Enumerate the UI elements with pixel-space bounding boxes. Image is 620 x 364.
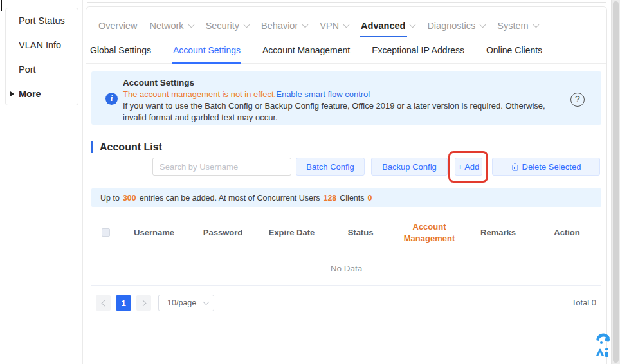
tab-account-settings[interactable]: Account Settings bbox=[172, 37, 241, 63]
empty-table-message: No Data bbox=[91, 251, 601, 286]
select-all-checkbox[interactable] bbox=[102, 228, 110, 237]
help-icon[interactable]: ? bbox=[570, 93, 585, 107]
button-label: Delete Selected bbox=[522, 162, 581, 172]
sidebar-item-port[interactable]: Port bbox=[6, 57, 78, 82]
nav-item-security[interactable]: Security bbox=[205, 15, 250, 37]
nav-label: VPN bbox=[320, 21, 339, 31]
chevron-down-icon bbox=[410, 21, 416, 28]
button-label: + Add bbox=[458, 162, 480, 172]
backup-config-button[interactable]: Backup Config bbox=[371, 158, 448, 176]
column-header-remarks: Remarks bbox=[464, 227, 533, 239]
sidebar-item-label: Port bbox=[19, 64, 36, 75]
search-input[interactable] bbox=[152, 158, 291, 176]
main-content-card: Overview Network Security Behavior VPN A… bbox=[86, 6, 607, 364]
pagination-page-1[interactable]: 1 bbox=[116, 295, 131, 311]
button-label: Batch Config bbox=[306, 162, 354, 172]
max-entries-value: 300 bbox=[123, 194, 136, 203]
scrollbar-track bbox=[611, 0, 620, 364]
button-label: Backup Config bbox=[382, 162, 437, 172]
clients-value: 0 bbox=[368, 194, 372, 203]
chevron-left-icon bbox=[101, 300, 107, 306]
chevron-right-icon bbox=[140, 300, 146, 306]
pagination-next-button[interactable] bbox=[136, 295, 151, 311]
nav-label: Overview bbox=[98, 21, 137, 31]
column-header-label: Account Management bbox=[401, 221, 458, 244]
nav-item-diagnostics[interactable]: Diagnostics bbox=[426, 15, 486, 37]
info-banner: i Account Settings The account managemen… bbox=[91, 71, 601, 125]
section-accent-bar bbox=[91, 141, 93, 153]
enable-smart-flow-control-link[interactable]: Enable smart flow control bbox=[276, 89, 370, 99]
notice-text: Clients bbox=[340, 194, 364, 203]
tab-label: Account Settings bbox=[173, 45, 241, 55]
chevron-down-icon bbox=[302, 21, 309, 28]
nav-item-overview[interactable]: Overview bbox=[97, 15, 138, 37]
tab-online-clients[interactable]: Online Clients bbox=[486, 37, 543, 63]
tab-global-settings[interactable]: Global Settings bbox=[89, 37, 152, 63]
info-warning-line: The account management is not in effect.… bbox=[123, 89, 555, 100]
info-text-block: Account Settings The account management … bbox=[123, 77, 555, 123]
sidebar-item-port-status[interactable]: Port Status bbox=[6, 8, 78, 33]
nav-item-system[interactable]: System bbox=[496, 15, 539, 37]
column-header-username: Username bbox=[120, 227, 188, 239]
scrollbar-thumb[interactable] bbox=[613, 1, 619, 363]
info-body-text: If you want to use the Batch Config or B… bbox=[123, 100, 555, 123]
account-list-section-title: Account List bbox=[91, 140, 162, 155]
chevron-down-icon bbox=[244, 21, 250, 28]
page-size-select[interactable]: 10/page bbox=[158, 295, 214, 311]
delete-selected-button[interactable]: Delete Selected bbox=[492, 158, 600, 176]
column-header-expire-date: Expire Date bbox=[257, 227, 326, 239]
info-title: Account Settings bbox=[123, 77, 555, 89]
nav-item-advanced[interactable]: Advanced bbox=[360, 15, 416, 37]
tab-exceptional-ip-address[interactable]: Exceptional IP Address bbox=[371, 37, 465, 63]
sidebar-item-label: Port Status bbox=[19, 15, 65, 26]
nav-label: Advanced bbox=[361, 21, 405, 31]
notice-text: entries can be added. At most of Concurr… bbox=[140, 194, 320, 203]
info-icon: i bbox=[105, 93, 118, 105]
nav-label: Diagnostics bbox=[427, 21, 475, 31]
nav-item-behavior[interactable]: Behavior bbox=[260, 15, 309, 37]
table-header-row: Username Password Expire Date Status Acc… bbox=[91, 214, 601, 251]
nav-label: Behavior bbox=[261, 21, 298, 31]
customer-support-icon[interactable] bbox=[595, 330, 612, 361]
sidebar-item-vlan-info[interactable]: VLAN Info bbox=[6, 33, 78, 57]
cursor-artifact bbox=[1, 0, 2, 11]
section-title-text: Account List bbox=[100, 141, 162, 153]
nav-label: Network bbox=[149, 21, 183, 31]
entries-notice-bar: Up to 300 entries can be added. At most … bbox=[91, 188, 601, 207]
primary-nav: Overview Network Security Behavior VPN A… bbox=[86, 15, 606, 37]
trash-icon bbox=[511, 163, 519, 171]
column-header-account-management: Account Management bbox=[395, 221, 464, 244]
vertical-divider bbox=[82, 0, 83, 364]
concurrent-users-value: 128 bbox=[323, 194, 336, 203]
nav-item-vpn[interactable]: VPN bbox=[318, 15, 350, 37]
warning-text: The account management is not in effect. bbox=[123, 89, 276, 99]
triangle-right-icon bbox=[10, 91, 14, 96]
nav-label: Security bbox=[206, 21, 239, 31]
tab-label: Exceptional IP Address bbox=[372, 45, 464, 55]
column-header-status: Status bbox=[326, 227, 395, 239]
chevron-down-icon bbox=[203, 298, 210, 305]
sidebar-item-more[interactable]: More bbox=[6, 82, 78, 106]
sidebar-item-label: VLAN Info bbox=[19, 40, 61, 50]
pagination-prev-button[interactable] bbox=[96, 295, 111, 311]
sidebar-item-label: More bbox=[19, 89, 41, 99]
total-count: Total 0 bbox=[572, 295, 596, 311]
tab-label: Global Settings bbox=[90, 45, 151, 55]
nav-label: System bbox=[497, 21, 528, 31]
tab-account-management[interactable]: Account Management bbox=[262, 37, 351, 63]
sidebar: Port Status VLAN Info Port More bbox=[5, 8, 78, 105]
batch-config-button[interactable]: Batch Config bbox=[296, 158, 365, 176]
secondary-tabs: Global Settings Account Settings Account… bbox=[86, 37, 606, 64]
top-divider-line bbox=[87, 2, 606, 3]
header-checkbox-cell bbox=[91, 228, 120, 237]
tab-label: Online Clients bbox=[486, 45, 542, 55]
tab-label: Account Management bbox=[262, 45, 350, 55]
chevron-down-icon bbox=[343, 21, 350, 28]
nav-item-network[interactable]: Network bbox=[148, 15, 194, 37]
page-size-value: 10/page bbox=[167, 298, 196, 307]
notice-text: Up to bbox=[100, 194, 120, 203]
chevron-down-icon bbox=[480, 21, 486, 28]
chevron-down-icon bbox=[188, 21, 194, 28]
add-button[interactable]: + Add bbox=[455, 158, 482, 176]
chevron-down-icon bbox=[533, 21, 539, 28]
